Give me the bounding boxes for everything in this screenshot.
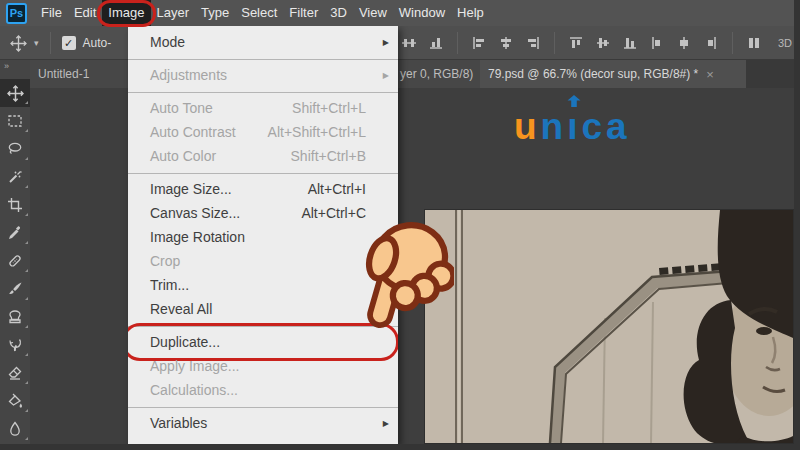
menu-item-calculations: Calculations...	[128, 378, 398, 402]
tool-history-brush[interactable]	[0, 331, 30, 359]
distribute-left-edges-icon[interactable]	[648, 34, 666, 52]
document-tab-3[interactable]: 79.psd @ 66.7% (decor sup, RGB/8#) *×	[480, 60, 746, 88]
menu-separator	[128, 54, 398, 63]
move-tool-options-icon	[10, 35, 27, 52]
collapse-panel-icon[interactable]: »	[0, 60, 9, 73]
options-divider	[50, 32, 51, 54]
tool-paint-bucket[interactable]	[0, 387, 30, 415]
document-tab-1[interactable]: Untitled-1	[30, 60, 138, 88]
tools-panel: »	[0, 60, 30, 444]
logo-i-cap-icon	[567, 95, 582, 108]
menu-item-label: Image Size...	[150, 181, 232, 197]
distribute-bottom-edges-icon[interactable]	[621, 34, 639, 52]
logo-letter-c: c	[582, 108, 607, 145]
menu-item-auto-tone: Auto ToneShift+Ctrl+L	[128, 96, 398, 120]
menu-item-label: Duplicate...	[150, 334, 220, 350]
menu-item-mode[interactable]: Mode▶	[128, 30, 398, 54]
align-left-edges-icon[interactable]	[470, 34, 488, 52]
tool-blur[interactable]	[0, 415, 30, 443]
tool-eyedropper[interactable]	[0, 219, 30, 247]
menu-item-label: Auto Tone	[150, 100, 213, 116]
tool-eraser[interactable]	[0, 359, 30, 387]
distribute-vertical-centers-icon[interactable]	[594, 34, 612, 52]
tab-label: 79.psd @ 66.7% (decor sup, RGB/8#) *	[488, 67, 698, 81]
tab-label: Untitled-1	[38, 67, 89, 81]
menu-item-shortcut: Shift+Ctrl+L	[292, 100, 390, 116]
align-bottom-edges-icon[interactable]	[427, 34, 445, 52]
tool-crop[interactable]	[0, 191, 30, 219]
menubar-item-view[interactable]: View	[353, 0, 393, 26]
auto-select-checkbox[interactable]: ✓	[62, 36, 76, 50]
menu-item-label: Canvas Size...	[150, 205, 240, 221]
tool-quick-selection[interactable]	[0, 163, 30, 191]
columns-panel-icon[interactable]	[745, 34, 763, 52]
menubar-item-file[interactable]: File	[35, 0, 68, 26]
distribute-right-edges-icon[interactable]	[702, 34, 720, 52]
tool-brush[interactable]	[0, 275, 30, 303]
tool-dodge[interactable]	[0, 443, 30, 444]
menu-item-label: Calculations...	[150, 382, 238, 398]
logo-letter-n: n	[541, 108, 568, 145]
menu-item-adjustments: Adjustments▶	[128, 63, 398, 87]
menu-item-label: Adjustments	[150, 67, 227, 83]
menu-item-shortcut: Alt+Shift+Ctrl+L	[268, 124, 390, 140]
logo-letter-u: u	[514, 108, 541, 145]
menubar-item-edit[interactable]: Edit	[68, 0, 102, 26]
options-divider	[457, 32, 458, 54]
logo-letter-i: ı	[567, 108, 581, 145]
menubar-item-filter[interactable]: Filter	[283, 0, 324, 26]
menubar-item-type[interactable]: Type	[195, 0, 235, 26]
menu-item-label: Trim...	[150, 277, 189, 293]
menubar-item-help[interactable]: Help	[451, 0, 490, 26]
menubar-item-3d[interactable]: 3D	[324, 0, 353, 26]
tool-move[interactable]	[0, 79, 30, 107]
submenu-arrow-icon: ▶	[383, 419, 389, 428]
menu-item-label: Auto Contrast	[150, 124, 236, 140]
menu-item-apply-image: Apply Image...	[128, 354, 398, 378]
menubar: Ps FileEditImageLayerTypeSelectFilter3DV…	[0, 0, 794, 26]
chevron-down-icon[interactable]: ▾	[34, 38, 39, 48]
unica-logo: unıca	[514, 106, 631, 148]
auto-select-label: Auto-	[83, 36, 112, 50]
menu-item-label: Apply Image...	[150, 358, 240, 374]
menu-item-variables[interactable]: Variables▶	[128, 411, 398, 435]
document-tab-2[interactable]: yer 0, RGB/8)×	[398, 60, 480, 88]
options-divider	[732, 32, 733, 54]
logo-letter-a: a	[606, 108, 631, 145]
menu-item-auto-color: Auto ColorShift+Ctrl+B	[128, 144, 398, 168]
menubar-item-layer[interactable]: Layer	[151, 0, 196, 26]
tool-spot-healing[interactable]	[0, 247, 30, 275]
tool-clone-stamp[interactable]	[0, 303, 30, 331]
menubar-items: FileEditImageLayerTypeSelectFilter3DView…	[35, 0, 490, 26]
menu-separator	[128, 402, 398, 411]
menu-item-label: Auto Color	[150, 148, 216, 164]
align-right-edges-icon[interactable]	[524, 34, 542, 52]
menu-item-auto-contrast: Auto ContrastAlt+Shift+Ctrl+L	[128, 120, 398, 144]
photoshop-app-icon[interactable]: Ps	[6, 3, 27, 24]
align-horizontal-centers-icon[interactable]	[497, 34, 515, 52]
menubar-item-select[interactable]: Select	[235, 0, 283, 26]
menu-separator	[128, 168, 398, 177]
hand-pointer-icon	[350, 216, 454, 334]
menu-item-shortcut: Alt+Ctrl+I	[308, 181, 390, 197]
photoshop-window: Ps FileEditImageLayerTypeSelectFilter3DV…	[0, 0, 794, 444]
menu-item-image-size[interactable]: Image Size...Alt+Ctrl+I	[128, 177, 398, 201]
menu-item-label: Variables	[150, 415, 207, 431]
distribute-horizontal-centers-icon[interactable]	[675, 34, 693, 52]
document-photo[interactable]	[425, 210, 793, 443]
tool-lasso[interactable]	[0, 135, 30, 163]
photoshop-app-icon-label: Ps	[10, 7, 23, 19]
menu-item-label: Mode	[150, 34, 185, 50]
tab-close-icon[interactable]: ×	[706, 68, 714, 81]
options-divider	[554, 32, 555, 54]
threed-mode-label[interactable]: 3D	[778, 26, 792, 60]
distribute-top-edges-icon[interactable]	[567, 34, 585, 52]
photo-canvas	[425, 210, 793, 443]
align-top-edges-icon[interactable]	[400, 34, 418, 52]
submenu-arrow-icon: ▶	[383, 71, 389, 80]
menubar-item-image[interactable]: Image	[102, 0, 150, 26]
menubar-item-window[interactable]: Window	[393, 0, 451, 26]
menu-item-label: Image Rotation	[150, 229, 245, 245]
align-options-strip	[400, 26, 763, 60]
tool-rectangular-marquee[interactable]	[0, 107, 30, 135]
